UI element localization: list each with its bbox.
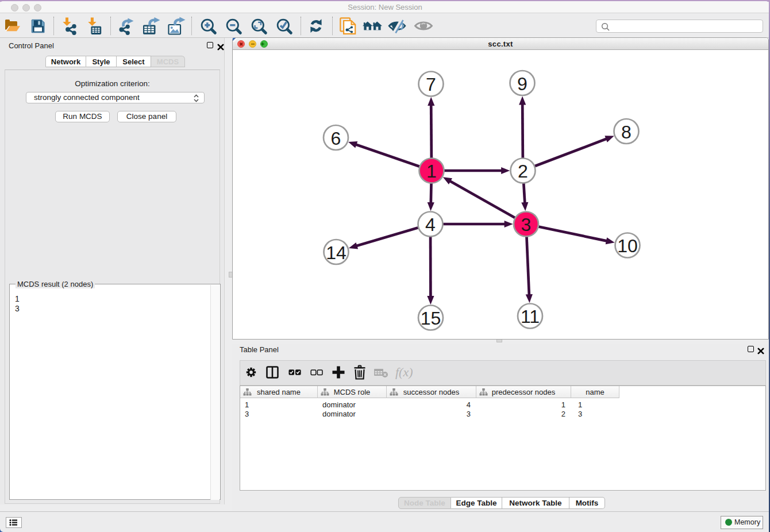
svg-text:8: 8 xyxy=(621,122,632,142)
svg-text:2: 2 xyxy=(518,161,528,182)
svg-text:7: 7 xyxy=(426,74,436,95)
svg-text:14: 14 xyxy=(326,242,346,263)
svg-text:15: 15 xyxy=(421,308,441,329)
svg-text:3: 3 xyxy=(521,214,532,235)
svg-text:9: 9 xyxy=(517,74,528,94)
svg-text:1: 1 xyxy=(426,161,437,182)
svg-text:6: 6 xyxy=(331,128,341,149)
svg-text:10: 10 xyxy=(617,236,638,256)
svg-text:11: 11 xyxy=(521,306,540,327)
svg-text:f(x): f(x) xyxy=(395,365,413,379)
svg-text:4: 4 xyxy=(425,214,436,235)
